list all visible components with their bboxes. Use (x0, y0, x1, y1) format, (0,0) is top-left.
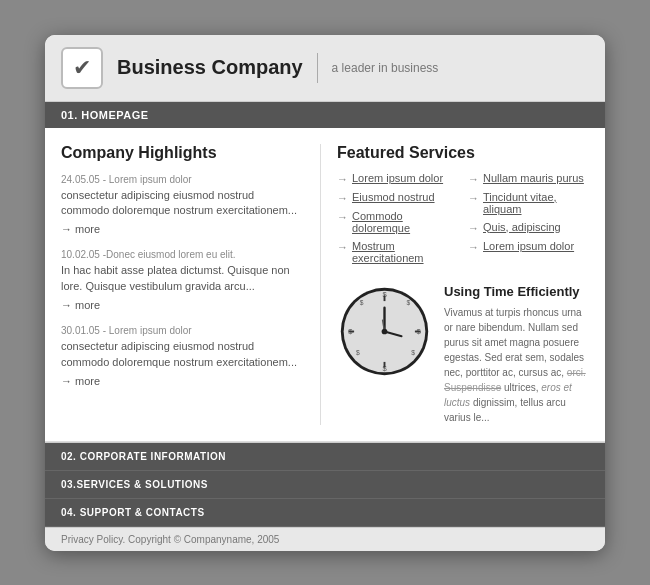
service-link[interactable]: Lorem ipsum dolor (483, 240, 574, 252)
service-item: →Commodo doloremque (337, 210, 458, 234)
arrow-icon: → (337, 192, 348, 204)
highlights-title: Company Highlights (61, 144, 304, 162)
more-link[interactable]: more (61, 375, 304, 387)
right-column: Featured Services →Lorem ipsum dolor→Eiu… (337, 144, 589, 425)
more-link[interactable]: more (61, 223, 304, 235)
service-link[interactable]: Lorem ipsum dolor (352, 172, 443, 184)
services-title: Featured Services (337, 144, 589, 162)
bottom-nav: 02. CORPORATE INFORMATION03.SERVICES & S… (45, 442, 605, 527)
checkmark-icon: ✔ (73, 55, 91, 81)
header: ✔ Business Company a leader in business (45, 35, 605, 102)
news-list: 24.05.05 - Lorem ipsum dolor consectetur… (61, 174, 304, 388)
header-divider (317, 53, 318, 83)
arrow-icon: → (337, 241, 348, 253)
svg-point-17 (382, 328, 388, 334)
service-link[interactable]: Quis, adipiscing (483, 221, 561, 233)
news-date: 10.02.05 -Donec eiusmod lorem eu elit. (61, 249, 304, 260)
bottom-right-section: $ $ $ $ $ $ $ $ (337, 284, 589, 425)
service-item: →Mostrum exercitationem (337, 240, 458, 264)
more-link[interactable]: more (61, 299, 304, 311)
main-window: ✔ Business Company a leader in business … (45, 35, 605, 551)
service-link[interactable]: Eiusmod nostrud (352, 191, 435, 203)
services-grid: →Lorem ipsum dolor→Eiusmod nostrud→Commo… (337, 172, 589, 270)
arrow-icon: → (468, 222, 479, 234)
service-item: →Quis, adipiscing (468, 221, 589, 234)
bottom-nav-item[interactable]: 03.SERVICES & SOLUTIONS (45, 471, 605, 499)
news-item: 30.01.05 - Lorem ipsum dolor consectetur… (61, 325, 304, 387)
arrow-icon: → (337, 173, 348, 185)
main-content: Company Highlights 24.05.05 - Lorem ipsu… (45, 128, 605, 442)
svg-text:$: $ (411, 349, 415, 356)
using-time-section: Using Time Efficiently Vivamus at turpis… (444, 284, 589, 425)
svg-text:$: $ (356, 349, 360, 356)
news-text: In hac habit asse platea dictumst. Quisq… (61, 263, 304, 295)
nav-bar[interactable]: 01. HOMEPAGE (45, 102, 605, 128)
clock-container: $ $ $ $ $ $ $ $ (337, 284, 432, 379)
news-text: consectetur adipiscing eiusmod nostrud c… (61, 339, 304, 371)
left-column: Company Highlights 24.05.05 - Lorem ipsu… (61, 144, 321, 425)
svg-text:$: $ (360, 298, 364, 305)
svg-text:$: $ (406, 298, 410, 305)
arrow-icon: → (468, 173, 479, 185)
service-link[interactable]: Commodo doloremque (352, 210, 458, 234)
service-item: →Eiusmod nostrud (337, 191, 458, 204)
news-item: 24.05.05 - Lorem ipsum dolor consectetur… (61, 174, 304, 236)
service-link[interactable]: Mostrum exercitationem (352, 240, 458, 264)
clock-icon: $ $ $ $ $ $ $ $ (337, 284, 432, 379)
news-date: 24.05.05 - Lorem ipsum dolor (61, 174, 304, 185)
arrow-icon: → (468, 241, 479, 253)
service-item: →Nullam mauris purus (468, 172, 589, 185)
bottom-nav-item[interactable]: 04. SUPPORT & CONTACTS (45, 499, 605, 527)
service-item: →Lorem ipsum dolor (337, 172, 458, 185)
service-link[interactable]: Tincidunt vitae, aliquam (483, 191, 589, 215)
logo-icon: ✔ (61, 47, 103, 89)
using-time-title: Using Time Efficiently (444, 284, 589, 299)
bottom-nav-list: 02. CORPORATE INFORMATION03.SERVICES & S… (45, 443, 605, 527)
header-tagline: a leader in business (332, 61, 439, 75)
news-item: 10.02.05 -Donec eiusmod lorem eu elit. I… (61, 249, 304, 311)
service-item: →Lorem ipsum dolor (468, 240, 589, 253)
arrow-icon: → (337, 211, 348, 223)
arrow-icon: → (468, 192, 479, 204)
news-date: 30.01.05 - Lorem ipsum dolor (61, 325, 304, 336)
using-time-text: Vivamus at turpis rhoncus urna or nare b… (444, 305, 589, 425)
services-col2: →Nullam mauris purus→Tincidunt vitae, al… (468, 172, 589, 270)
footer: Privacy Policy. Copyright © Companyname,… (45, 527, 605, 551)
services-col1: →Lorem ipsum dolor→Eiusmod nostrud→Commo… (337, 172, 458, 270)
bottom-nav-item[interactable]: 02. CORPORATE INFORMATION (45, 443, 605, 471)
service-item: →Tincidunt vitae, aliquam (468, 191, 589, 215)
news-text: consectetur adipiscing eiusmod nostrud c… (61, 188, 304, 220)
service-link[interactable]: Nullam mauris purus (483, 172, 584, 184)
company-name: Business Company (117, 56, 303, 79)
